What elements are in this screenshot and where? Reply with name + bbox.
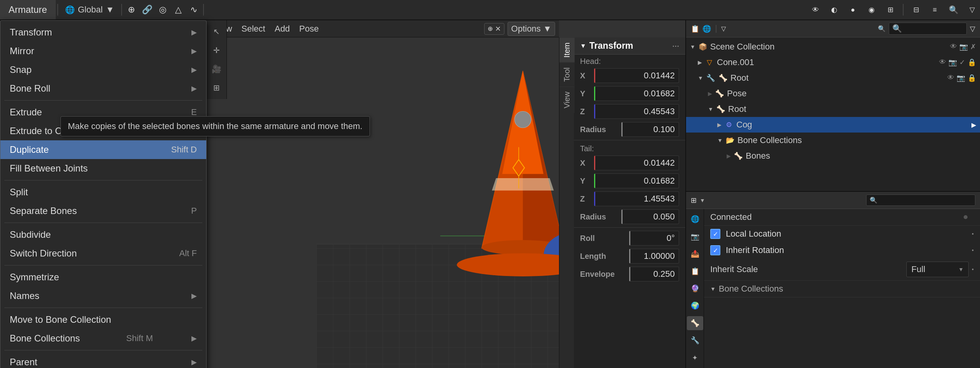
bone-props-search[interactable]: 🔍 bbox=[866, 195, 975, 206]
mode-icon-3[interactable]: ◎ bbox=[155, 2, 170, 17]
menu-item-move-bone-coll[interactable]: Move to Bone Collection bbox=[0, 310, 206, 329]
scene-collection-eye[interactable]: 👁 bbox=[950, 42, 957, 51]
props-icon-scene[interactable]: 🌐 bbox=[687, 212, 703, 226]
head-y-field[interactable]: 0.01682 bbox=[594, 86, 679, 101]
props-layout-icon[interactable]: ⊞ bbox=[691, 196, 697, 205]
local-location-row: ✓ Local Location • bbox=[704, 226, 980, 242]
props-icon-scene2[interactable]: 🔮 bbox=[687, 281, 703, 295]
menu-item-fill[interactable]: Fill Between Joints bbox=[0, 159, 206, 178]
menu-item-names[interactable]: Names ▶ bbox=[0, 287, 206, 305]
vp-add-menu[interactable]: Add bbox=[271, 22, 293, 35]
tail-x-field[interactable]: 0.01442 bbox=[594, 156, 679, 170]
transform-options-icon[interactable]: ⋯ bbox=[672, 42, 679, 50]
menu-item-bone-collections[interactable]: Bone Collections Shift M ▶ bbox=[0, 329, 206, 348]
inherit-scale-dropdown[interactable]: Full ▼ bbox=[906, 262, 969, 277]
bone-props-search-input[interactable] bbox=[879, 196, 972, 204]
tree-item-bones[interactable]: ▶ 🦴 Bones bbox=[686, 148, 980, 164]
props-icon-object[interactable]: 🦴 bbox=[687, 316, 703, 330]
mode-icon-2[interactable]: 🔗 bbox=[139, 2, 155, 17]
armature-menu-button[interactable]: Armature bbox=[0, 0, 56, 19]
settings-icon[interactable]: ≡ bbox=[927, 2, 943, 17]
head-x-field[interactable]: 0.01442 bbox=[594, 68, 679, 83]
inherit-scale-dot: • bbox=[972, 266, 974, 272]
filter-toolbar-icon[interactable]: ▽ bbox=[964, 2, 980, 17]
viewport-shading-3[interactable]: ● bbox=[845, 2, 861, 17]
viewport-shading-2[interactable]: ◐ bbox=[826, 2, 842, 17]
bone-props-body: 🌐 📷 📤 📋 🔮 🌍 🦴 🔧 ✦ Connected ✓ Local Loca… bbox=[686, 209, 980, 368]
menu-item-mirror[interactable]: Mirror ▶ bbox=[0, 42, 206, 60]
tail-z-field[interactable]: 1.45543 bbox=[594, 191, 679, 206]
props-icon-world[interactable]: 🌍 bbox=[687, 299, 703, 313]
tree-item-cog[interactable]: ▶ ⚙ Cog ▶ bbox=[686, 117, 980, 133]
props-dropdown-icon[interactable]: ▼ bbox=[700, 197, 705, 203]
length-field[interactable]: 1.00000 bbox=[629, 249, 679, 264]
tree-item-root-armature[interactable]: ▼ 🔧 🦴 Root 👁 📷 🔒 bbox=[686, 70, 980, 86]
cone-lock-icon[interactable]: 🔒 bbox=[968, 58, 976, 67]
vp-pose-menu[interactable]: Pose bbox=[296, 22, 322, 35]
grid-icon[interactable]: ⊞ bbox=[209, 80, 225, 96]
mode-icon-4[interactable]: △ bbox=[170, 2, 186, 17]
root-eye-icon[interactable]: 👁 bbox=[947, 74, 954, 82]
tree-item-pose[interactable]: ▶ 🦴 Pose bbox=[686, 86, 980, 101]
side-tab-view[interactable]: View bbox=[559, 87, 575, 113]
scene-collection-lock[interactable]: ✗ bbox=[970, 42, 976, 51]
outliner-filter-funnel[interactable]: ▽ bbox=[970, 25, 975, 33]
head-y-row: Y 0.01682 bbox=[574, 85, 685, 103]
tree-item-bone-collections[interactable]: ▼ 📂 Bone Collections bbox=[686, 133, 980, 148]
props-icon-particles[interactable]: ✦ bbox=[687, 351, 703, 365]
mode-icon-1[interactable]: ⊕ bbox=[124, 2, 139, 17]
viewport-shading-1[interactable]: 👁 bbox=[808, 2, 823, 17]
mode-icon-5[interactable]: ∿ bbox=[186, 2, 202, 17]
filter-icon[interactable]: ⊟ bbox=[908, 2, 924, 17]
props-icon-viewlayer[interactable]: 📋 bbox=[687, 264, 703, 278]
menu-item-switch-dir[interactable]: Switch Direction Alt F bbox=[0, 244, 206, 263]
props-icon-modifier[interactable]: 🔧 bbox=[687, 333, 703, 347]
menu-item-subdivide[interactable]: Subdivide bbox=[0, 225, 206, 244]
root-lock-icon[interactable]: 🔒 bbox=[968, 74, 976, 82]
pose-mode-x[interactable]: ✕ bbox=[495, 25, 501, 33]
tail-radius-field[interactable]: 0.050 bbox=[621, 209, 679, 224]
camera-icon[interactable]: 🎥 bbox=[209, 61, 225, 77]
cursor-tool[interactable]: ↖ bbox=[209, 23, 225, 40]
options-dropdown[interactable]: Options ▼ bbox=[508, 22, 555, 36]
root-cam-icon[interactable]: 📷 bbox=[957, 74, 965, 82]
viewport-overlays[interactable]: ⊞ bbox=[883, 2, 898, 17]
outliner-search-input[interactable] bbox=[889, 23, 967, 35]
inherit-rotation-checkbox[interactable]: ✓ bbox=[710, 245, 720, 255]
tail-y-field[interactable]: 0.01682 bbox=[594, 173, 679, 188]
menu-item-parent[interactable]: Parent ▶ bbox=[0, 353, 206, 368]
tree-item-cone001[interactable]: ▶ ▽ Cone.001 👁 📷 ✓ 🔒 bbox=[686, 55, 980, 70]
local-location-checkbox[interactable]: ✓ bbox=[710, 229, 720, 239]
cone-cam-icon[interactable]: 📷 bbox=[948, 58, 957, 67]
menu-item-transform[interactable]: Transform ▶ bbox=[0, 23, 206, 42]
side-tab-tool[interactable]: Tool bbox=[559, 62, 575, 87]
envelope-field[interactable]: 0.250 bbox=[629, 267, 679, 281]
bone-coll-collapse-icon[interactable]: ▼ bbox=[710, 286, 716, 292]
search-toolbar-icon[interactable]: 🔍 bbox=[946, 2, 961, 17]
props-icon-output[interactable]: 📤 bbox=[687, 247, 703, 261]
filter-icon-outliner[interactable]: ▽ bbox=[721, 25, 726, 32]
menu-item-boneroll[interactable]: Bone Roll ▶ bbox=[0, 79, 206, 98]
cone-eye-icon[interactable]: 👁 bbox=[939, 58, 946, 67]
menu-item-duplicate[interactable]: Duplicate Shift D bbox=[0, 140, 206, 159]
move-tool[interactable]: ✛ bbox=[209, 42, 225, 58]
vp-select-menu[interactable]: Select bbox=[238, 22, 268, 35]
menu-item-snap[interactable]: Snap ▶ bbox=[0, 60, 206, 79]
roll-field[interactable]: 0° bbox=[629, 231, 679, 246]
inherit-scale-label: Inherit Scale bbox=[710, 264, 906, 274]
global-mode-dropdown[interactable]: 🌐 Global ▼ bbox=[60, 0, 120, 19]
head-radius-field[interactable]: 0.100 bbox=[621, 122, 679, 137]
head-z-field[interactable]: 0.45543 bbox=[594, 104, 679, 119]
transform-collapse-icon[interactable]: ▼ bbox=[580, 42, 586, 50]
menu-item-symmetrize[interactable]: Symmetrize bbox=[0, 268, 206, 287]
tooltip-text: Make copies of the selected bones within… bbox=[68, 121, 363, 131]
side-tab-item[interactable]: Item bbox=[559, 37, 575, 62]
menu-item-split[interactable]: Split bbox=[0, 183, 206, 202]
tree-item-scene-collection[interactable]: ▼ 📦 Scene Collection 👁 📷 ✗ bbox=[686, 39, 980, 55]
props-icon-render[interactable]: 📷 bbox=[687, 229, 703, 243]
viewport-shading-4[interactable]: ◉ bbox=[864, 2, 879, 17]
menu-item-separate-bones[interactable]: Separate Bones P bbox=[0, 202, 206, 220]
tree-item-root-bone[interactable]: ▼ 🦴 Root bbox=[686, 101, 980, 117]
connected-dot bbox=[964, 215, 968, 219]
scene-collection-cam[interactable]: 📷 bbox=[959, 42, 968, 51]
